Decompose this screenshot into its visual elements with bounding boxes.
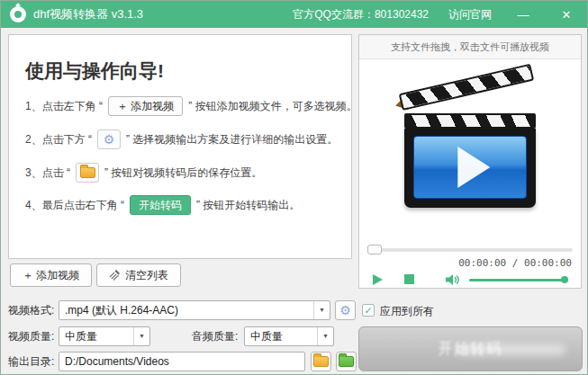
- apply-to-all-label: 应用到所有: [380, 301, 434, 321]
- player-panel[interactable]: 支持文件拖拽，双击文件可播放视频 00:00:00 / 00:00:00: [358, 34, 582, 289]
- apply-to-all-checkbox[interactable]: ✓: [362, 304, 375, 317]
- step-1-text-pre: 1、点击左下角 “: [25, 99, 103, 114]
- app-window: dhf视频转换器 v3.1.3 官方QQ交流群：801302432 访问官网 —…: [0, 0, 588, 375]
- blurred-text-overlay: [457, 344, 565, 355]
- open-folder-icon: [339, 356, 354, 367]
- app-logo-icon: [10, 6, 26, 22]
- guide-step-1: 1、点击左下角 “ ＋ 添加视频 ” 按钮添加视频文件，可多选视频。: [25, 94, 344, 118]
- seek-bar[interactable]: [367, 245, 573, 255]
- audio-quality-value: 中质量: [250, 330, 283, 343]
- title-bar: dhf视频转换器 v3.1.3 官方QQ交流群：801302432 访问官网 —…: [1, 1, 587, 28]
- step-3-text-pre: 3、点击 “: [25, 165, 70, 181]
- step-3-text-post: ” 按钮对视频转码后的保存位置。: [104, 165, 262, 181]
- official-site-link[interactable]: 访问官网: [448, 7, 492, 22]
- step-2-text-pre: 2、点击下方 “: [25, 132, 92, 147]
- clapperboard-image: [397, 74, 543, 227]
- seek-handle[interactable]: [367, 245, 382, 254]
- output-dir-label: 输出目录:: [8, 352, 54, 371]
- time-display: 00:00:00 / 00:00:00: [458, 257, 572, 269]
- play-overlay-icon: [457, 147, 490, 188]
- volume-slider-handle[interactable]: [561, 276, 568, 283]
- start-transcode-example-button: 开始转码: [130, 195, 191, 215]
- clapper-stripe-bar: [404, 113, 536, 129]
- open-output-folder-button[interactable]: [336, 352, 357, 371]
- add-video-example-button: ＋ 添加视频: [108, 96, 183, 116]
- seek-track[interactable]: [367, 248, 573, 252]
- chevron-down-icon[interactable]: ▼: [313, 301, 330, 319]
- audio-quality-label: 音频质量:: [192, 326, 238, 346]
- video-quality-label: 视频质量:: [8, 326, 54, 346]
- volume-slider[interactable]: [469, 279, 566, 281]
- browse-output-folder-button[interactable]: [311, 352, 331, 371]
- app-title: dhf视频转换器 v3.1.3: [33, 6, 143, 22]
- format-settings-button[interactable]: ⚙: [335, 300, 356, 320]
- gear-icon: ⚙: [339, 304, 351, 317]
- video-format-select[interactable]: .mp4 (默认 H.264-AAC) ▼: [59, 300, 330, 320]
- chevron-down-icon[interactable]: ▼: [133, 327, 149, 345]
- volume-icon[interactable]: [446, 273, 460, 286]
- video-format-value: .mp4 (默认 H.264-AAC): [65, 304, 178, 317]
- clapper-body: [404, 129, 536, 208]
- step-2-text-post: ” 选择视频输出方案及进行详细的输出设置。: [126, 132, 338, 147]
- guide-step-2: 2、点击下方 “ ⚙ ” 选择视频输出方案及进行详细的输出设置。: [25, 128, 344, 151]
- drop-hint-text: 支持文件拖拽，双击文件可播放视频: [359, 35, 581, 59]
- settings-example-button: ⚙: [97, 129, 121, 149]
- stop-button[interactable]: [404, 274, 414, 284]
- folder-example-button: [76, 163, 99, 183]
- close-button[interactable]: ✕: [555, 8, 578, 22]
- guide-step-3: 3、点击 “ ” 按钮对视频转码后的保存位置。: [25, 161, 344, 184]
- minimize-button[interactable]: —: [511, 8, 535, 22]
- qq-group-text: 官方QQ交流群：801302432: [293, 7, 429, 22]
- clapper-top-stick: [399, 63, 534, 110]
- folder-icon: [313, 356, 329, 367]
- video-stage: [359, 62, 581, 237]
- gear-icon: ⚙: [104, 133, 115, 146]
- step-4-text-pre: 4、最后点击右下角 “: [25, 198, 124, 213]
- chevron-down-icon[interactable]: ▼: [317, 327, 333, 345]
- file-list-panel: 使用与操作向导! 1、点击左下角 “ ＋ 添加视频 ” 按钮添加视频文件，可多选…: [8, 34, 352, 259]
- step-4-text-post: ” 按钮开始转码输出。: [196, 198, 300, 213]
- clapper-screen: [413, 136, 527, 199]
- video-format-label: 视频格式:: [8, 300, 54, 320]
- add-video-button[interactable]: ＋ 添加视频: [10, 263, 92, 287]
- play-button[interactable]: [373, 274, 383, 285]
- guide-step-4: 4、最后点击右下角 “ 开始转码 ” 按钮开始转码输出。: [25, 193, 344, 217]
- clear-list-button-label: 清空列表: [125, 268, 168, 283]
- video-quality-value: 中质量: [65, 330, 97, 343]
- player-controls: [359, 272, 581, 289]
- audio-quality-select[interactable]: 中质量 ▼: [244, 326, 334, 346]
- video-quality-select[interactable]: 中质量 ▼: [59, 326, 150, 346]
- folder-icon: [80, 167, 95, 178]
- output-dir-input[interactable]: [59, 352, 305, 371]
- guide-title: 使用与操作向导!: [25, 58, 164, 84]
- step-1-text-post: ” 按钮添加视频文件，可多选视频。: [188, 99, 357, 114]
- add-video-button-label: ＋ 添加视频: [23, 268, 79, 283]
- broom-icon: [109, 270, 120, 281]
- start-transcode-button[interactable]: 开始转码: [358, 326, 583, 371]
- clear-list-button[interactable]: 清空列表: [96, 263, 181, 287]
